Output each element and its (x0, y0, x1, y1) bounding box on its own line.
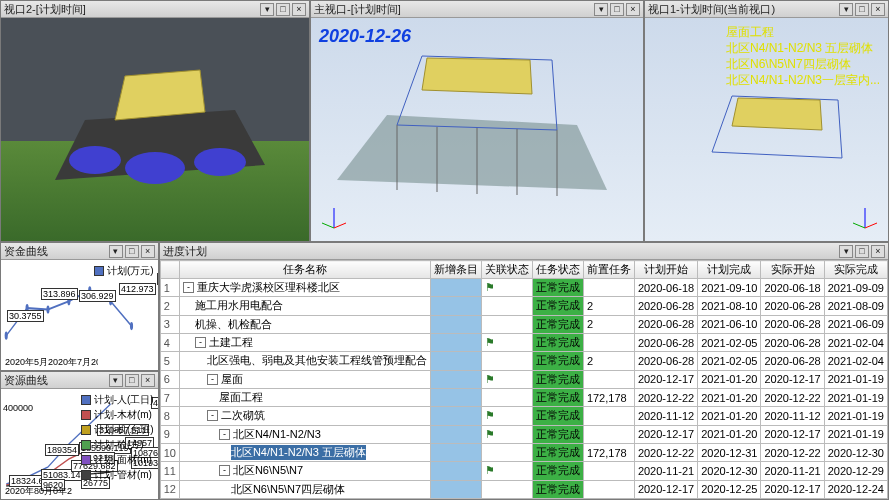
row-number: 10 (160, 443, 179, 461)
status-cell: 正常完成 (532, 462, 583, 480)
svg-point-4 (194, 148, 246, 176)
maximize-icon[interactable]: □ (276, 3, 290, 16)
col-planend[interactable]: 计划完成 (698, 261, 761, 279)
close-icon[interactable]: × (141, 245, 155, 258)
pin-icon[interactable]: ▾ (839, 3, 853, 16)
actstart-cell: 2020-12-22 (761, 388, 824, 406)
newitem-cell (430, 297, 481, 315)
table-row[interactable]: 1-重庆大学虎溪校区理科楼北区⚑正常完成2020-06-182021-09-10… (160, 279, 887, 297)
planstart-cell: 2020-12-17 (634, 480, 697, 498)
actstart-cell: 2020-11-21 (761, 462, 824, 480)
svg-point-24 (67, 297, 70, 305)
tree-toggle[interactable]: - (183, 282, 194, 293)
col-actstart[interactable]: 实际开始 (761, 261, 824, 279)
col-newitem[interactable]: 新增条目 (430, 261, 481, 279)
newitem-cell (430, 425, 481, 443)
tree-toggle[interactable]: - (219, 429, 230, 440)
viewport-main-canvas[interactable]: 2020-12-26 (311, 18, 643, 241)
tree-toggle[interactable]: - (207, 374, 218, 385)
table-row[interactable]: 6-屋面⚑正常完成2020-12-172021-01-202020-12-172… (160, 370, 887, 388)
res-xaxis: 2020年80月0年20月0年80月0年40月2020年31月2020年12月 (5, 485, 72, 498)
close-icon[interactable]: × (292, 3, 306, 16)
actend-cell: 2021-06-09 (824, 315, 887, 333)
table-row[interactable]: 11-北区N6\N5\N7⚑正常完成2020-11-212020-12-3020… (160, 462, 887, 480)
planend-cell: 2021-02-05 (698, 352, 761, 370)
pin-icon[interactable]: ▾ (839, 245, 853, 258)
table-row[interactable]: 10北区N4/N1-N2/N3 五层砌体正常完成172,1782020-12-2… (160, 443, 887, 461)
schedule-panel: 进度计划 ▾ □ × 任务名称 新增条目 关联状态 任务状态 前置任务 计划开始 (159, 242, 889, 500)
legend-item: 计划(万元) (94, 264, 154, 278)
pred-cell (583, 425, 634, 443)
svg-point-23 (46, 305, 49, 313)
status-line: 北区N4/N1-N2/N3 五层砌体 (726, 40, 880, 56)
maximize-icon[interactable]: □ (855, 245, 869, 258)
close-icon[interactable]: × (626, 3, 640, 16)
status-line: 屋面工程 (726, 24, 880, 40)
task-name: 北区强电、弱电及其他安装工程线管预埋配合 (207, 353, 427, 368)
actend-cell: 2021-02-04 (824, 333, 887, 351)
table-row[interactable]: 7屋面工程正常完成172,1782020-12-222021-01-202020… (160, 388, 887, 406)
svg-marker-17 (732, 98, 822, 130)
actend-cell: 2020-12-24 (824, 480, 887, 498)
pin-icon[interactable]: ▾ (109, 245, 123, 258)
actend-cell: 2021-01-19 (824, 407, 887, 425)
svg-marker-5 (337, 115, 607, 190)
viewport-2-canvas[interactable] (1, 18, 309, 241)
close-icon[interactable]: × (871, 3, 885, 16)
col-pred[interactable]: 前置任务 (583, 261, 634, 279)
svg-point-25 (88, 286, 91, 294)
viewport-2-panel: 视口2-[计划时间] ▾ □ × (0, 0, 310, 242)
pin-icon[interactable]: ▾ (260, 3, 274, 16)
table-row[interactable]: 5北区强电、弱电及其他安装工程线管预埋配合正常完成22020-06-282021… (160, 352, 887, 370)
col-reltype[interactable]: 关联状态 (481, 261, 532, 279)
maximize-icon[interactable]: □ (125, 374, 139, 387)
legend-item: 计划-机(台班) (81, 423, 154, 437)
reltype-cell: ⚑ (481, 279, 532, 297)
status-cell: 正常完成 (532, 480, 583, 498)
maximize-icon[interactable]: □ (125, 245, 139, 258)
table-row[interactable]: 3机操、机检配合正常完成22020-06-282021-06-102020-06… (160, 315, 887, 333)
flag-icon: ⚑ (485, 373, 495, 385)
task-name: 屋面 (221, 372, 243, 387)
col-actend[interactable]: 实际完成 (824, 261, 887, 279)
pred-cell (583, 407, 634, 425)
pred-cell: 2 (583, 297, 634, 315)
col-planstart[interactable]: 计划开始 (634, 261, 697, 279)
svg-line-19 (865, 223, 877, 228)
viewport-2-title: 视口2-[计划时间] (4, 2, 86, 17)
actend-cell: 2021-09-09 (824, 279, 887, 297)
pin-icon[interactable]: ▾ (109, 374, 123, 387)
planend-cell: 2021-01-20 (698, 425, 761, 443)
schedule-table-scroll[interactable]: 任务名称 新增条目 关联状态 任务状态 前置任务 计划开始 计划完成 实际开始 … (160, 260, 888, 499)
col-status[interactable]: 任务状态 (532, 261, 583, 279)
table-row[interactable]: 8-二次砌筑⚑正常完成2020-11-122021-01-202020-11-1… (160, 407, 887, 425)
col-taskname[interactable]: 任务名称 (179, 261, 430, 279)
legend-item: 计划-管材(m) (81, 468, 154, 482)
task-name: 土建工程 (209, 335, 253, 350)
reltype-cell (481, 443, 532, 461)
task-name: 北区N6\N5\N7 (233, 463, 303, 478)
close-icon[interactable]: × (141, 374, 155, 387)
maximize-icon[interactable]: □ (855, 3, 869, 16)
fund-curve-chart[interactable]: 30.3755313.896306.929412.973550.26+12390… (1, 260, 158, 370)
table-row[interactable]: 12北区N6\N5\N7四层砌体正常完成2020-12-172020-12-25… (160, 480, 887, 498)
actend-cell: 2021-01-19 (824, 425, 887, 443)
status-cell: 正常完成 (532, 279, 583, 297)
row-number: 12 (160, 480, 179, 498)
close-icon[interactable]: × (871, 245, 885, 258)
viewport-1-canvas[interactable]: 屋面工程北区N4/N1-N2/N3 五层砌体北区N6\N5\N7四层砌体北区N4… (645, 18, 888, 241)
planend-cell: 2021-02-05 (698, 333, 761, 351)
table-row[interactable]: 2施工用水用电配合正常完成22020-06-282021-08-102020-0… (160, 297, 887, 315)
legend-item: 计划-砼(方) (81, 438, 154, 452)
maximize-icon[interactable]: □ (610, 3, 624, 16)
tree-toggle[interactable]: - (207, 410, 218, 421)
table-row[interactable]: 9-北区N4/N1-N2/N3⚑正常完成2020-12-172021-01-20… (160, 425, 887, 443)
resource-curve-chart[interactable]: 400000 18324.63051083.1477629.6821893541… (1, 389, 158, 499)
svg-marker-7 (422, 58, 532, 94)
reltype-cell (481, 297, 532, 315)
pin-icon[interactable]: ▾ (594, 3, 608, 16)
tree-toggle[interactable]: - (195, 337, 206, 348)
tree-toggle[interactable]: - (219, 465, 230, 476)
reltype-cell (481, 388, 532, 406)
table-row[interactable]: 4-土建工程⚑正常完成2020-06-282021-02-052020-06-2… (160, 333, 887, 351)
